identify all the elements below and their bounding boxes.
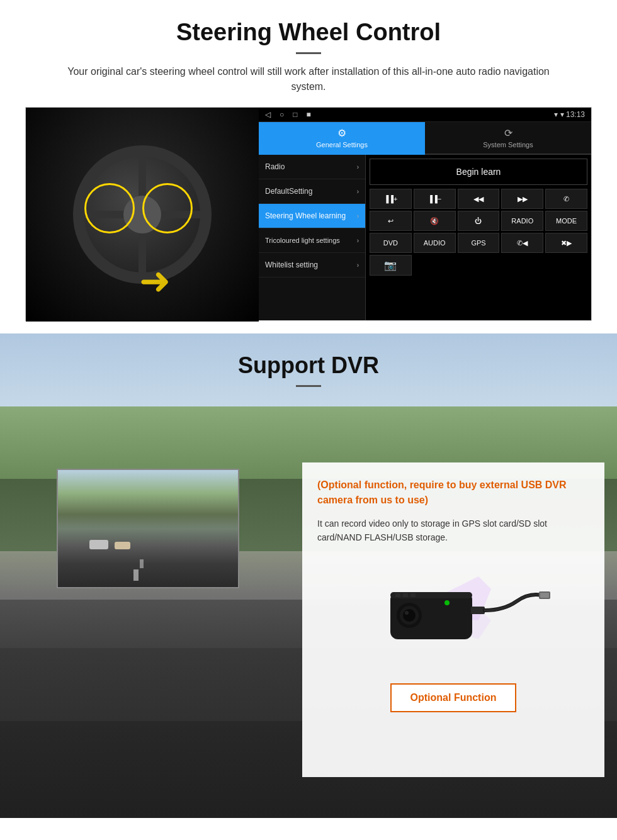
home-icon: ○ bbox=[280, 110, 284, 119]
back-icon: ◁ bbox=[265, 110, 271, 119]
chevron-icon: › bbox=[357, 188, 359, 195]
android-menu: Radio › DefaultSetting › Steering Wheel … bbox=[259, 155, 366, 320]
gear-icon: ⚙ bbox=[337, 127, 346, 139]
ctrl-hangup[interactable]: ↩ bbox=[370, 211, 412, 231]
ctrl-phone-next[interactable]: ✖▶ bbox=[545, 233, 587, 253]
optional-function-button[interactable]: Optional Function bbox=[390, 683, 516, 712]
svg-rect-4 bbox=[395, 593, 400, 597]
ctrl-power[interactable]: ⏻ bbox=[458, 211, 500, 231]
android-ui-panel: ◁ ○ □ ■ ▾ ▾ 13:13 ⚙ General Settings ⟳ bbox=[259, 108, 591, 320]
dvr-camera-svg bbox=[353, 557, 554, 671]
ctrl-audio[interactable]: AUDIO bbox=[414, 233, 456, 253]
ctrl-cam[interactable]: 📷 bbox=[370, 255, 412, 276]
ctrl-vol-down[interactable]: ▐▐− bbox=[414, 189, 456, 209]
highlight-circle-right bbox=[142, 183, 193, 233]
ctrl-gps[interactable]: GPS bbox=[458, 233, 500, 253]
dvr-title-area: Support DVR bbox=[0, 333, 617, 387]
tab-system-settings[interactable]: ⟳ System Settings bbox=[425, 122, 591, 155]
dvr-camera-visual bbox=[353, 557, 554, 671]
android-statusbar: ◁ ○ □ ■ ▾ ▾ 13:13 bbox=[259, 108, 591, 122]
menu-item-tricoloured[interactable]: Tricoloured light settings › bbox=[259, 228, 365, 253]
tab-general-label: General Settings bbox=[316, 141, 368, 148]
svg-rect-14 bbox=[540, 593, 549, 598]
ctrl-next[interactable]: ▶▶ bbox=[501, 189, 543, 209]
dvr-info-card: (Optional function, require to buy exter… bbox=[302, 462, 604, 777]
dvr-optional-note: (Optional function, require to buy exter… bbox=[317, 478, 589, 508]
tab-general-settings[interactable]: ⚙ General Settings bbox=[259, 122, 425, 155]
title-divider bbox=[296, 52, 321, 54]
android-tabs: ⚙ General Settings ⟳ System Settings bbox=[259, 122, 591, 155]
dvr-description: It can record video only to storage in G… bbox=[317, 517, 589, 545]
menu-item-steering-wheel-learning[interactable]: Steering Wheel learning › bbox=[259, 204, 365, 228]
svg-point-10 bbox=[405, 611, 409, 615]
steering-title: Steering Wheel Control bbox=[25, 19, 592, 46]
ctrl-mode[interactable]: MODE bbox=[545, 211, 587, 231]
menu-item-radio[interactable]: Radio › bbox=[259, 155, 365, 179]
tab-system-label: System Settings bbox=[483, 141, 533, 148]
svg-rect-12 bbox=[471, 607, 485, 614]
menu-icon: ■ bbox=[307, 110, 311, 119]
status-time: ▾ ▾ 13:13 bbox=[554, 110, 585, 119]
svg-point-11 bbox=[444, 600, 450, 605]
svg-rect-6 bbox=[410, 593, 416, 597]
dvr-lower-content: (Optional function, require to buy exter… bbox=[0, 462, 617, 777]
dvr-title: Support DVR bbox=[25, 352, 592, 379]
arrow-indicator: ➜ bbox=[139, 259, 171, 303]
chevron-icon: › bbox=[357, 237, 359, 245]
chevron-icon: › bbox=[357, 164, 359, 171]
steering-section: Steering Wheel Control Your original car… bbox=[0, 0, 617, 333]
begin-learn-button[interactable]: Begin learn bbox=[370, 159, 587, 185]
ctrl-phone-prev[interactable]: ✆◀ bbox=[501, 233, 543, 253]
dvr-title-divider bbox=[296, 385, 321, 387]
dvr-left-area bbox=[0, 462, 302, 777]
menu-item-whitelist[interactable]: Whitelist setting › bbox=[259, 253, 365, 277]
ctrl-dvd[interactable]: DVD bbox=[370, 233, 412, 253]
ctrl-prev[interactable]: ◀◀ bbox=[458, 189, 500, 209]
menu-item-default-setting[interactable]: DefaultSetting › bbox=[259, 179, 365, 204]
time-display: 13:13 bbox=[566, 110, 585, 119]
ctrl-mute[interactable]: 🔇 bbox=[414, 211, 456, 231]
dvr-section: Support DVR (Optional function, require … bbox=[0, 333, 617, 818]
control-grid: ▐▐+ ▐▐− ◀◀ ▶▶ ✆ ↩ 🔇 ⏻ RADIO MODE DVD AUD… bbox=[370, 189, 587, 276]
system-icon: ⟳ bbox=[504, 127, 512, 139]
signal-icon: ▾ ▾ bbox=[554, 110, 566, 119]
svg-rect-3 bbox=[390, 592, 472, 598]
recents-icon: □ bbox=[293, 110, 297, 119]
android-main-area: Radio › DefaultSetting › Steering Wheel … bbox=[259, 155, 591, 320]
ctrl-vol-up[interactable]: ▐▐+ bbox=[370, 189, 412, 209]
nav-icons: ◁ ○ □ ■ bbox=[265, 110, 311, 119]
ctrl-phone[interactable]: ✆ bbox=[545, 189, 587, 209]
highlight-circle-left bbox=[84, 183, 135, 233]
ctrl-radio[interactable]: RADIO bbox=[501, 211, 543, 231]
android-content-area: Begin learn ▐▐+ ▐▐− ◀◀ ▶▶ ✆ ↩ 🔇 ⏻ RADIO … bbox=[366, 155, 591, 320]
chevron-icon: › bbox=[357, 262, 359, 269]
chevron-icon: › bbox=[357, 213, 359, 220]
svg-point-9 bbox=[403, 609, 416, 622]
dvr-thumbnail-image bbox=[57, 469, 239, 588]
steering-wheel-photo: ➜ bbox=[26, 108, 259, 322]
svg-rect-5 bbox=[403, 593, 408, 597]
steering-subtitle: Your original car's steering wheel contr… bbox=[50, 64, 567, 94]
steering-demo-panel: ➜ ◁ ○ □ ■ ▾ ▾ 13:13 ⚙ bbox=[25, 107, 592, 321]
